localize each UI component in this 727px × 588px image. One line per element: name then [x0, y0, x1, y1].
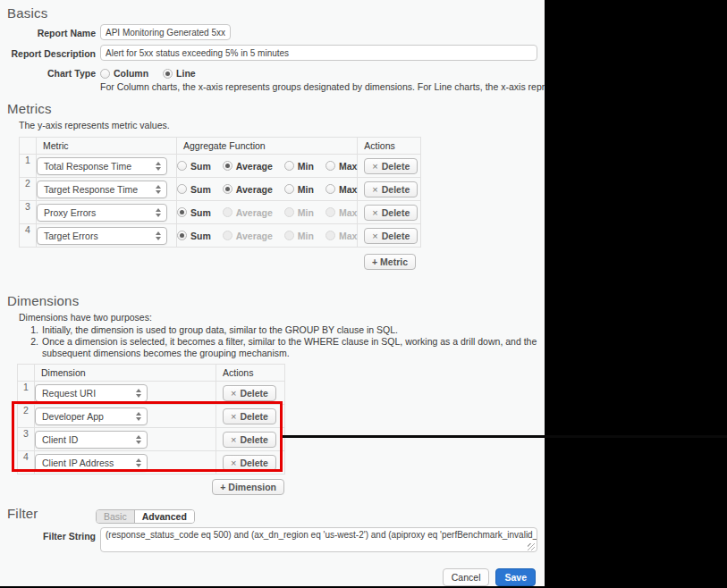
metric-select-4[interactable]: Target Errors: [37, 227, 167, 245]
dimension-row-number: 4: [18, 451, 35, 475]
dimension-select-2[interactable]: Developer App: [35, 407, 148, 425]
metric-select-value: Total Response Time: [44, 161, 131, 172]
delete-metric-button-1[interactable]: ×Delete: [364, 158, 418, 174]
metrics-num-header: [20, 138, 37, 155]
delete-dimension-button-4[interactable]: ×Delete: [223, 455, 276, 471]
select-stepper-icon: [136, 435, 141, 444]
radio-average-icon[interactable]: [223, 161, 232, 171]
metrics-section: Metrics The y-axis represents metric val…: [7, 101, 545, 248]
save-button[interactable]: Save: [495, 568, 536, 586]
delete-dimension-button-3[interactable]: ×Delete: [223, 432, 276, 448]
chart-type-help-text: For Column charts, the x-axis represents…: [100, 81, 545, 92]
radio-sum-icon[interactable]: [177, 231, 187, 240]
metric-select-value: Target Response Time: [44, 184, 138, 195]
aggregate-min-option: Min: [284, 207, 314, 218]
purpose-item-2: 2. Once a dimension is selected, it beco…: [27, 336, 542, 359]
dimension-row-2: 2 Developer App ×Delete: [18, 405, 285, 428]
dimensions-dimension-header: Dimension: [35, 365, 216, 382]
x-icon: ×: [231, 389, 236, 398]
radio-max-icon[interactable]: [325, 161, 335, 171]
aggregate-sum-option[interactable]: Sum: [177, 161, 211, 172]
filter-mode-toggle: Basic Advanced: [96, 509, 195, 524]
metrics-header-row: Metric Aggregate Function Actions: [20, 138, 421, 155]
dimension-select-4[interactable]: Client IP Address: [35, 454, 148, 472]
aggregate-max-option: Max: [325, 207, 357, 218]
metric-row-number: 2: [20, 178, 37, 201]
select-stepper-icon: [156, 162, 161, 171]
metric-row-2: 2 Target Response Time Sum Average Min M…: [20, 178, 421, 201]
purpose-item-1: 1. Initially, the dimension is used to g…: [27, 324, 542, 336]
dimension-select-1[interactable]: Request URI: [35, 384, 148, 402]
metric-select-value: Proxy Errors: [44, 207, 96, 218]
aggregate-max-option: Max: [325, 231, 357, 241]
aggregate-max-option[interactable]: Max: [325, 184, 357, 195]
metric-select-1[interactable]: Total Response Time: [37, 157, 167, 175]
report-name-label: Report Name: [7, 24, 96, 38]
delete-metric-button-4[interactable]: ×Delete: [364, 228, 418, 244]
radio-min-icon[interactable]: [284, 161, 294, 171]
dimension-row-3: 3 Client ID ×Delete: [18, 428, 285, 451]
select-stepper-icon: [136, 458, 141, 467]
chart-type-option-column[interactable]: Column: [100, 68, 148, 79]
radio-max-icon[interactable]: [325, 184, 335, 194]
add-dimension-button[interactable]: + Dimension: [212, 479, 284, 495]
dimension-row-1: 1 Request URI ×Delete: [18, 382, 285, 405]
report-description-input[interactable]: [100, 45, 537, 61]
add-metric-button[interactable]: + Metric: [364, 254, 416, 270]
delete-metric-button-2[interactable]: ×Delete: [364, 181, 418, 197]
aggregate-min-option[interactable]: Min: [284, 161, 314, 172]
basics-section: Basics Report Name Report Description Ch…: [7, 5, 545, 92]
dimension-row-number: 1: [18, 382, 35, 405]
aggregate-min-option: Min: [284, 231, 314, 241]
radio-average-icon[interactable]: [223, 184, 232, 194]
filter-mode-basic[interactable]: Basic: [97, 510, 134, 523]
metric-select-3[interactable]: Proxy Errors: [37, 204, 167, 222]
chart-type-option-line[interactable]: Line: [163, 68, 196, 79]
aggregate-sum-option[interactable]: Sum: [177, 231, 211, 241]
aggregate-max-option[interactable]: Max: [325, 161, 357, 172]
report-description-label: Report Description: [7, 45, 96, 59]
delete-metric-button-3[interactable]: ×Delete: [364, 205, 418, 221]
dimension-select-value: Client ID: [42, 434, 78, 445]
aggregate-group-4: Sum Average Min Max: [177, 231, 357, 241]
dimension-select-3[interactable]: Client ID: [35, 431, 148, 449]
radio-sum-icon[interactable]: [177, 207, 187, 217]
resize-grip-icon[interactable]: [528, 543, 535, 550]
select-stepper-icon: [136, 389, 141, 398]
dimension-row-4: 4 Client IP Address ×Delete: [18, 451, 285, 475]
metrics-actions-header: Actions: [358, 138, 421, 155]
radio-line-icon[interactable]: [163, 69, 173, 79]
radio-sum-icon[interactable]: [177, 161, 187, 171]
select-stepper-icon: [156, 185, 161, 194]
metric-select-2[interactable]: Target Response Time: [37, 181, 167, 198]
radio-min-icon[interactable]: [284, 184, 294, 194]
dimension-row-number: 2: [18, 405, 35, 428]
delete-dimension-button-2[interactable]: ×Delete: [223, 408, 276, 424]
aggregate-sum-option[interactable]: Sum: [177, 184, 211, 195]
aggregate-average-option[interactable]: Average: [223, 184, 273, 195]
metric-row-3: 3 Proxy Errors Sum Average Min Max ×Dele…: [20, 201, 421, 224]
filter-mode-advanced[interactable]: Advanced: [134, 510, 194, 523]
delete-dimension-button-1[interactable]: ×Delete: [223, 385, 276, 401]
metrics-heading: Metrics: [7, 101, 545, 116]
aggregate-average-option[interactable]: Average: [223, 161, 273, 172]
report-editor-panel: Basics Report Name Report Description Ch…: [0, 0, 545, 586]
filter-string-input[interactable]: (response_status_code eq 500) and (ax_dn…: [100, 527, 537, 552]
aggregate-sum-option[interactable]: Sum: [177, 207, 211, 218]
radio-sum-icon[interactable]: [177, 184, 187, 194]
report-name-input[interactable]: [100, 24, 231, 40]
metrics-table: Metric Aggregate Function Actions 1 Tota…: [19, 137, 421, 248]
radio-max-icon: [325, 231, 335, 240]
radio-average-icon: [223, 207, 232, 217]
select-stepper-icon: [156, 231, 161, 240]
radio-min-icon: [284, 231, 294, 240]
dimensions-heading: Dimensions: [7, 293, 545, 308]
radio-average-icon: [223, 231, 232, 240]
aggregate-average-option: Average: [223, 231, 273, 241]
filter-heading: Filter: [7, 506, 545, 521]
radio-column-icon[interactable]: [100, 69, 110, 79]
dimensions-num-header: [18, 365, 35, 382]
annotation-connector-line: [283, 435, 727, 438]
aggregate-min-option[interactable]: Min: [284, 184, 314, 195]
cancel-button[interactable]: Cancel: [443, 568, 490, 586]
